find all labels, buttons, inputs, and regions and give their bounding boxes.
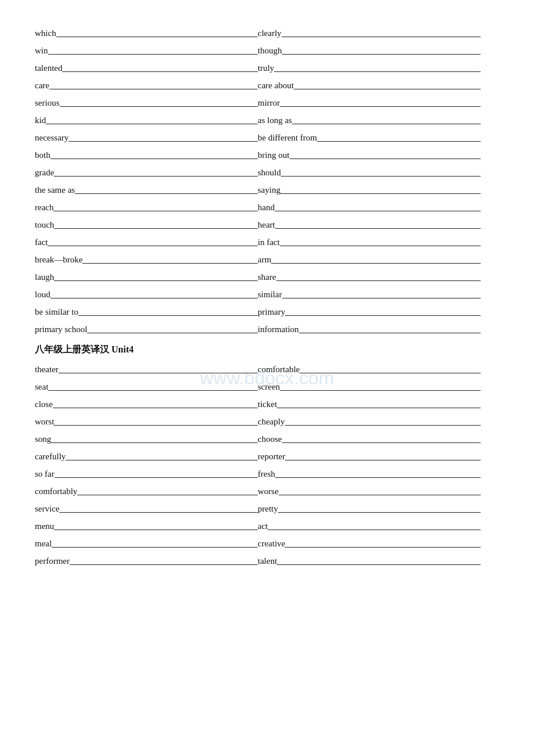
- list-item: arm: [258, 255, 481, 265]
- word-label: primary school: [35, 325, 87, 335]
- table-row: seriousmirror: [35, 93, 499, 109]
- list-item: screen: [258, 382, 481, 393]
- blank-underline: [282, 54, 481, 55]
- blank-underline: [53, 408, 258, 408]
- word-label: talented: [35, 63, 62, 74]
- blank-underline: [299, 333, 481, 333]
- list-item: in fact: [258, 237, 481, 248]
- blank-underline: [87, 333, 258, 333]
- list-item: seat: [35, 382, 258, 393]
- table-row: bothbring out: [35, 145, 499, 161]
- word-label: be similar to: [35, 307, 78, 318]
- blank-underline: [53, 211, 258, 211]
- word-label: menu: [35, 521, 54, 532]
- word-label: theater: [35, 365, 59, 375]
- word-label: carefully: [35, 452, 66, 462]
- word-label: arm: [258, 255, 271, 265]
- list-item: saying: [258, 185, 481, 196]
- table-row: reachhand: [35, 197, 499, 214]
- table-row: mealcreative: [35, 534, 499, 550]
- word-label: serious: [35, 98, 60, 109]
- vocab-list-1: whichclearlywinthoughtalentedtruly carec…: [35, 23, 499, 336]
- word-label: seat: [35, 382, 48, 393]
- list-item: care about: [258, 81, 481, 91]
- word-label: act: [258, 521, 268, 532]
- list-item: both: [35, 150, 258, 161]
- word-label: reach: [35, 203, 53, 213]
- blank-underline: [317, 141, 481, 142]
- list-item: fresh: [258, 469, 481, 480]
- word-label: kid: [35, 116, 46, 126]
- list-item: carefully: [35, 452, 258, 462]
- blank-underline: [280, 193, 481, 194]
- blank-underline: [54, 176, 258, 177]
- word-label: worst: [35, 417, 54, 427]
- word-label: so far: [35, 469, 55, 480]
- list-item: worse: [258, 487, 481, 497]
- list-item: ticket: [258, 399, 481, 410]
- list-item: worst: [35, 417, 258, 427]
- word-label: which: [35, 28, 56, 39]
- list-item: comfortably: [35, 487, 258, 497]
- table-row: break—brokearm: [35, 250, 499, 266]
- list-item: kid: [35, 116, 258, 126]
- word-label: primary: [258, 307, 285, 318]
- list-item: the same as: [35, 185, 258, 196]
- word-label: share: [258, 272, 276, 283]
- list-item: which: [35, 28, 258, 39]
- table-row: gradeshould: [35, 163, 499, 179]
- word-label: similar: [258, 290, 282, 300]
- list-item: close: [35, 399, 258, 410]
- blank-underline: [82, 263, 258, 264]
- table-row: menuact: [35, 516, 499, 532]
- blank-underline: [280, 106, 481, 107]
- word-label: loud: [35, 290, 50, 300]
- table-row: be similar toprimary: [35, 302, 499, 318]
- table-row: talentedtruly: [35, 58, 499, 74]
- word-label: care about: [258, 81, 294, 91]
- word-label: saying: [258, 185, 280, 196]
- table-row: closeticket: [35, 394, 499, 411]
- list-item: reach: [35, 203, 258, 213]
- table-row: necessarybe different from: [35, 128, 499, 144]
- word-label: touch: [35, 220, 54, 231]
- list-item: necessary: [35, 133, 258, 143]
- list-item: fact: [35, 237, 258, 248]
- word-label: ticket: [258, 399, 277, 410]
- blank-underline: [59, 512, 258, 513]
- blank-underline: [280, 390, 481, 391]
- blank-underline: [294, 89, 481, 89]
- list-item: cheaply: [258, 417, 481, 427]
- table-row: factin fact: [35, 232, 499, 249]
- blank-underline: [56, 37, 258, 37]
- word-label: clearly: [258, 28, 282, 39]
- blank-underline: [282, 298, 481, 298]
- blank-underline: [281, 176, 481, 177]
- table-row: whichclearly: [35, 23, 499, 39]
- blank-underline: [268, 530, 481, 530]
- blank-underline: [54, 228, 258, 229]
- blank-underline: [50, 159, 258, 159]
- blank-underline: [54, 280, 258, 281]
- list-item: though: [258, 46, 481, 56]
- word-label: in fact: [258, 237, 280, 248]
- table-row: seatscreen: [35, 377, 499, 393]
- blank-underline: [78, 315, 258, 316]
- blank-underline: [277, 564, 481, 565]
- list-item: mirror: [258, 98, 481, 109]
- word-label: mirror: [258, 98, 280, 109]
- list-item: be different from: [258, 133, 481, 143]
- word-label: be different from: [258, 133, 317, 143]
- blank-underline: [275, 211, 481, 211]
- blank-underline: [271, 263, 481, 264]
- word-label: laugh: [35, 272, 54, 283]
- word-label: performer: [35, 556, 70, 567]
- blank-underline: [50, 298, 258, 298]
- list-item: bring out: [258, 150, 481, 161]
- list-item: so far: [35, 469, 258, 480]
- blank-underline: [54, 530, 258, 530]
- list-item: creative: [258, 539, 481, 549]
- table-row: so farfresh: [35, 464, 499, 480]
- list-item: win: [35, 46, 258, 56]
- word-label: creative: [258, 539, 285, 549]
